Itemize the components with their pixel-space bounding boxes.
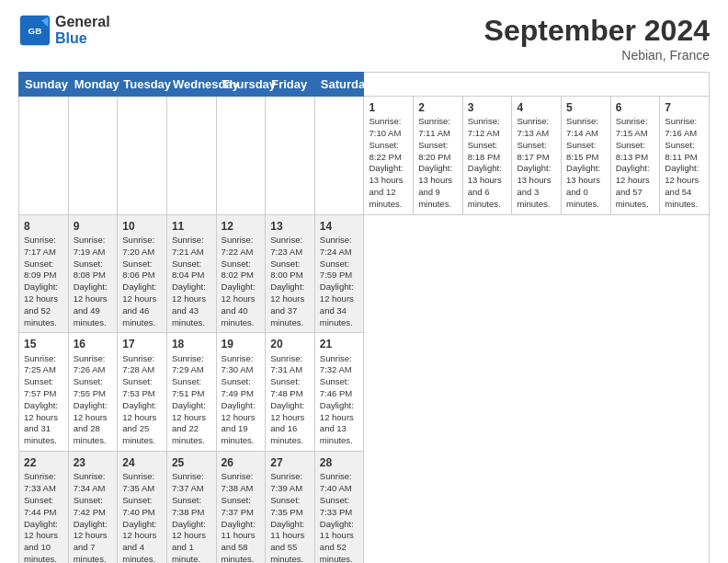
col-wednesday: Wednesday	[166, 73, 216, 97]
daylight: Daylight: 12 hours and 22 minutes.	[172, 400, 206, 445]
calendar-cell: 25Sunrise: 7:37 AMSunset: 7:38 PMDayligh…	[166, 452, 216, 563]
col-saturday: Saturday	[314, 73, 364, 97]
day-number: 15	[24, 337, 63, 351]
calendar-cell: 13Sunrise: 7:23 AMSunset: 8:00 PMDayligh…	[266, 214, 315, 333]
calendar-cell: 14Sunrise: 7:24 AMSunset: 7:59 PMDayligh…	[314, 214, 364, 333]
calendar-cell: 8Sunrise: 7:17 AMSunset: 8:09 PMDaylight…	[19, 214, 69, 333]
daylight: Daylight: 13 hours and 6 minutes.	[468, 163, 502, 208]
daylight: Daylight: 12 hours and 43 minutes.	[172, 282, 206, 327]
sunset: Sunset: 7:55 PM	[74, 376, 106, 398]
calendar-cell: 20Sunrise: 7:31 AMSunset: 7:48 PMDayligh…	[266, 333, 315, 452]
calendar-cell: 2Sunrise: 7:11 AMSunset: 8:20 PMDaylight…	[414, 97, 463, 215]
day-number: 26	[222, 455, 261, 470]
day-number: 28	[320, 455, 359, 470]
location: Nebian, France	[484, 48, 710, 63]
daylight: Daylight: 12 hours and 13 minutes.	[320, 400, 354, 445]
daylight: Daylight: 12 hours and 31 minutes.	[24, 400, 58, 445]
sunset: Sunset: 7:33 PM	[320, 495, 352, 517]
calendar-cell	[68, 97, 118, 215]
day-number: 9	[74, 219, 113, 234]
calendar-week-row: 15Sunrise: 7:25 AMSunset: 7:57 PMDayligh…	[19, 333, 710, 452]
sunrise: Sunrise: 7:19 AM	[74, 235, 106, 257]
sunset: Sunset: 8:15 PM	[566, 140, 598, 162]
calendar-cell: 19Sunrise: 7:30 AMSunset: 7:49 PMDayligh…	[216, 333, 266, 452]
day-number: 12	[222, 219, 261, 234]
sunset: Sunset: 8:08 PM	[74, 259, 106, 281]
daylight: Daylight: 13 hours and 3 minutes.	[517, 163, 551, 208]
sunrise: Sunrise: 7:23 AM	[270, 235, 302, 257]
calendar-cell: 17Sunrise: 7:28 AMSunset: 7:53 PMDayligh…	[118, 333, 167, 452]
daylight: Daylight: 12 hours and 46 minutes.	[122, 282, 156, 327]
calendar-header-row: Sunday Monday Tuesday Wednesday Thursday…	[19, 73, 710, 97]
sunrise: Sunrise: 7:22 AM	[222, 235, 254, 257]
calendar-table: Sunday Monday Tuesday Wednesday Thursday…	[18, 72, 710, 563]
day-number: 14	[320, 219, 359, 234]
sunset: Sunset: 7:42 PM	[74, 495, 106, 517]
day-number: 17	[122, 337, 162, 351]
daylight: Daylight: 12 hours and 16 minutes.	[270, 400, 304, 445]
sunset: Sunset: 8:13 PM	[616, 140, 648, 162]
daylight: Daylight: 12 hours and 57 minutes.	[616, 163, 650, 208]
sunset: Sunset: 8:00 PM	[270, 259, 302, 281]
sunrise: Sunrise: 7:20 AM	[122, 235, 154, 257]
sunrise: Sunrise: 7:14 AM	[566, 116, 598, 138]
header: GB General Blue September 2024 Nebian, F…	[18, 14, 710, 63]
daylight: Daylight: 11 hours and 58 minutes.	[222, 519, 256, 564]
calendar-cell: 16Sunrise: 7:26 AMSunset: 7:55 PMDayligh…	[68, 333, 118, 452]
sunrise: Sunrise: 7:35 AM	[122, 471, 154, 493]
sunrise: Sunrise: 7:28 AM	[122, 353, 154, 375]
day-number: 11	[172, 219, 211, 234]
daylight: Daylight: 12 hours and 1 minute.	[172, 519, 206, 564]
col-tuesday: Tuesday	[118, 73, 167, 97]
daylight: Daylight: 13 hours and 12 minutes.	[369, 163, 403, 208]
calendar-week-row: 1Sunrise: 7:10 AMSunset: 8:22 PMDaylight…	[19, 97, 710, 215]
calendar-week-row: 22Sunrise: 7:33 AMSunset: 7:44 PMDayligh…	[19, 452, 710, 563]
sunset: Sunset: 8:02 PM	[222, 259, 254, 281]
day-number: 27	[270, 455, 310, 470]
calendar-cell	[19, 97, 69, 215]
calendar-cell: 10Sunrise: 7:20 AMSunset: 8:06 PMDayligh…	[118, 214, 167, 333]
sunrise: Sunrise: 7:32 AM	[320, 353, 352, 375]
day-number: 3	[468, 100, 507, 115]
daylight: Daylight: 12 hours and 40 minutes.	[222, 282, 256, 327]
col-sunday: Sunday	[19, 73, 69, 97]
daylight: Daylight: 11 hours and 52 minutes.	[320, 519, 354, 564]
sunrise: Sunrise: 7:34 AM	[74, 471, 106, 493]
sunset: Sunset: 8:17 PM	[517, 140, 549, 162]
calendar-cell: 24Sunrise: 7:35 AMSunset: 7:40 PMDayligh…	[118, 452, 167, 563]
day-number: 2	[418, 100, 458, 115]
sunrise: Sunrise: 7:10 AM	[369, 116, 401, 138]
sunrise: Sunrise: 7:40 AM	[320, 471, 352, 493]
day-number: 21	[320, 337, 359, 351]
daylight: Daylight: 13 hours and 9 minutes.	[418, 163, 452, 208]
sunset: Sunset: 7:38 PM	[172, 495, 204, 517]
sunset: Sunset: 7:44 PM	[24, 495, 56, 517]
calendar-cell	[118, 97, 167, 215]
daylight: Daylight: 12 hours and 28 minutes.	[74, 400, 108, 445]
month-title: September 2024	[484, 14, 710, 48]
sunrise: Sunrise: 7:15 AM	[616, 116, 648, 138]
calendar-cell: 3Sunrise: 7:12 AMSunset: 8:18 PMDaylight…	[462, 97, 512, 215]
sunrise: Sunrise: 7:29 AM	[172, 353, 204, 375]
sunrise: Sunrise: 7:38 AM	[222, 471, 254, 493]
day-number: 13	[270, 219, 310, 234]
col-thursday: Thursday	[216, 73, 266, 97]
calendar-week-row: 8Sunrise: 7:17 AMSunset: 8:09 PMDaylight…	[19, 214, 710, 333]
sunset: Sunset: 7:40 PM	[122, 495, 154, 517]
sunset: Sunset: 7:59 PM	[320, 259, 352, 281]
daylight: Daylight: 12 hours and 54 minutes.	[665, 163, 699, 208]
sunset: Sunset: 7:51 PM	[172, 376, 204, 398]
calendar-cell: 23Sunrise: 7:34 AMSunset: 7:42 PMDayligh…	[68, 452, 118, 563]
sunrise: Sunrise: 7:16 AM	[665, 116, 697, 138]
sunrise: Sunrise: 7:33 AM	[24, 471, 56, 493]
col-monday: Monday	[68, 73, 118, 97]
sunrise: Sunrise: 7:30 AM	[222, 353, 254, 375]
day-number: 18	[172, 337, 211, 351]
calendar-cell: 26Sunrise: 7:38 AMSunset: 7:37 PMDayligh…	[216, 452, 266, 563]
sunset: Sunset: 8:11 PM	[665, 140, 697, 162]
sunrise: Sunrise: 7:25 AM	[24, 353, 56, 375]
sunset: Sunset: 7:53 PM	[122, 376, 154, 398]
logo-text: General Blue	[55, 14, 110, 47]
calendar-cell: 4Sunrise: 7:13 AMSunset: 8:17 PMDaylight…	[512, 97, 562, 215]
daylight: Daylight: 12 hours and 7 minutes.	[74, 519, 108, 564]
